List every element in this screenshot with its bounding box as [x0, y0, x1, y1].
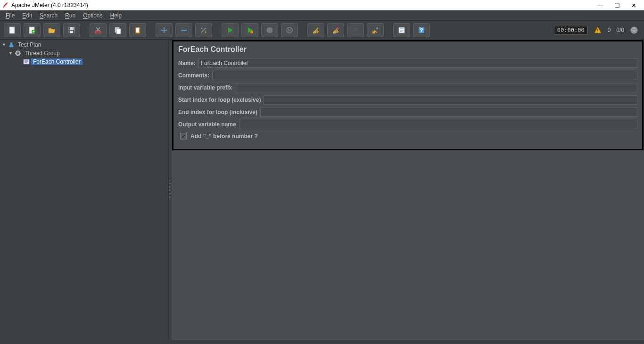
svg-rect-9: [116, 29, 121, 34]
chevron-down-icon[interactable]: ▼: [2, 42, 7, 47]
split-gripper[interactable]: [169, 40, 172, 340]
svg-rect-22: [372, 32, 375, 33]
tree-label: ForEach Controller: [31, 58, 83, 65]
svg-rect-5: [70, 31, 73, 33]
input-prefix-input[interactable]: [235, 83, 637, 92]
name-input[interactable]: [198, 58, 637, 68]
flask-icon: [8, 41, 15, 49]
start-index-input[interactable]: [264, 95, 637, 105]
clear-button[interactable]: [307, 23, 324, 37]
menu-run[interactable]: Run: [61, 11, 79, 20]
svg-rect-12: [136, 27, 139, 28]
svg-rect-28: [597, 32, 598, 33]
end-index-label: End index for loop (inclusive): [178, 109, 260, 115]
output-var-label: Output variable name: [178, 121, 239, 128]
name-label: Name:: [178, 60, 198, 66]
start-index-label: Start index for loop (exclusive): [178, 97, 264, 103]
input-prefix-label: Input variable prefix: [178, 84, 235, 91]
help-button[interactable]: ?: [413, 23, 430, 37]
warning-icon[interactable]: [594, 26, 602, 34]
paste-button[interactable]: [129, 23, 146, 37]
gear-icon: [14, 49, 22, 57]
add-underscore-label: Add "_" before number ?: [190, 133, 261, 139]
svg-rect-11: [136, 28, 139, 33]
toolbar: ? 00:00:00 0 0/0: [0, 21, 644, 40]
svg-rect-27: [597, 29, 598, 31]
menu-file[interactable]: File: [2, 11, 18, 20]
svg-rect-18: [333, 32, 336, 33]
reset-search-button[interactable]: [367, 23, 384, 37]
globe-icon[interactable]: [630, 26, 638, 34]
cut-button[interactable]: [90, 23, 107, 37]
collapse-button[interactable]: [175, 23, 192, 37]
expand-button[interactable]: [156, 23, 173, 37]
menu-help[interactable]: Help: [107, 11, 126, 20]
new-button[interactable]: [4, 23, 21, 37]
toggle-button[interactable]: [195, 23, 212, 37]
svg-text:?: ?: [420, 27, 423, 33]
elapsed-time: 00:00:00: [554, 26, 588, 34]
open-button[interactable]: [43, 23, 60, 37]
tree-label: Thread Group: [23, 50, 62, 57]
svg-point-31: [17, 52, 19, 54]
maximize-button[interactable]: ☐: [612, 1, 622, 10]
svg-rect-17: [313, 32, 316, 33]
editor-panel: ForEach Controller Name: Comments: Input…: [172, 40, 644, 340]
svg-point-19: [337, 27, 339, 29]
start-no-pause-button[interactable]: [241, 23, 258, 37]
menu-options[interactable]: Options: [79, 11, 106, 20]
output-var-input[interactable]: [239, 120, 637, 129]
controller-icon: [23, 58, 30, 66]
stop-button[interactable]: [261, 23, 278, 37]
svg-point-15: [250, 31, 253, 33]
app-feather-icon: [2, 2, 8, 8]
thread-count: 0/0: [616, 27, 624, 33]
chevron-down-icon[interactable]: ▼: [8, 51, 13, 56]
function-helper-button[interactable]: [393, 23, 410, 37]
main-area: ▼ Test Plan ▼ Thread Group ForEach Contr…: [0, 40, 644, 340]
panel-title: ForEach Controller: [178, 45, 637, 54]
templates-button[interactable]: [24, 23, 41, 37]
search-button[interactable]: [347, 23, 364, 37]
close-button[interactable]: ✕: [629, 1, 638, 10]
shutdown-button[interactable]: [281, 23, 298, 37]
tree-thread-group[interactable]: ▼ Thread Group: [0, 49, 168, 57]
tree-panel: ▼ Test Plan ▼ Thread Group ForEach Contr…: [0, 40, 169, 340]
svg-rect-4: [70, 27, 74, 30]
menu-edit[interactable]: Edit: [18, 11, 36, 20]
statusbar: [0, 340, 644, 344]
window-titlebar: Apache JMeter (4.0 r1823414) — ☐ ✕: [0, 0, 644, 10]
svg-point-21: [355, 28, 358, 31]
end-index-input[interactable]: [260, 107, 637, 117]
svg-point-20: [353, 28, 355, 31]
comments-input[interactable]: [212, 71, 637, 80]
copy-button[interactable]: [109, 23, 126, 37]
svg-point-23: [376, 27, 378, 29]
svg-point-13: [201, 27, 203, 29]
add-underscore-checkbox[interactable]: ✔: [180, 133, 187, 139]
tree-test-plan[interactable]: ▼ Test Plan: [0, 41, 168, 49]
window-title: Apache JMeter (4.0 r1823414): [11, 2, 88, 8]
comments-label: Comments:: [178, 72, 212, 79]
tree-foreach-controller[interactable]: ForEach Controller: [0, 57, 168, 66]
menu-search[interactable]: Search: [36, 11, 61, 20]
menubar: File Edit Search Run Options Help: [0, 10, 644, 21]
minimize-button[interactable]: —: [595, 1, 605, 10]
save-button[interactable]: [63, 23, 80, 37]
start-button[interactable]: [222, 23, 239, 37]
clear-all-button[interactable]: [327, 23, 344, 37]
warning-count: 0: [608, 27, 611, 33]
svg-point-14: [205, 31, 206, 33]
tree-label: Test Plan: [16, 41, 43, 48]
